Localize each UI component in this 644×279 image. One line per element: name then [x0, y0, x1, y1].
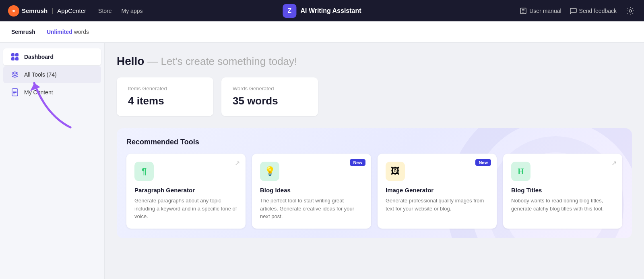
sidebar-label-all-tools: All Tools (74)	[24, 71, 57, 78]
stat-value-items: 4 items	[128, 95, 202, 107]
blog-titles-icon: H	[518, 167, 524, 176]
appcenter-text: AppCenter	[57, 7, 86, 14]
recommended-section: Recommended Tools ¶ ↗ Paragraph Generato…	[117, 128, 632, 238]
feedback-icon	[570, 7, 577, 15]
image-generator-icon-wrap: 🖼	[386, 162, 405, 181]
blog-ideas-desc: The perfect tool to start writing great …	[260, 197, 363, 221]
blog-titles-icon-wrap: H	[511, 162, 530, 181]
stat-label-items: Items Generated	[128, 85, 202, 92]
main-layout: Dashboard All Tools (74) My	[0, 43, 644, 279]
blog-ideas-name: Blog Ideas	[260, 187, 363, 194]
paragraph-generator-name: Paragraph Generator	[134, 187, 237, 194]
book-icon	[520, 7, 527, 15]
tool-card-blog-titles[interactable]: H ↗ Blog Titles Nobody wants to read bor…	[503, 154, 622, 229]
paragraph-icon: ¶	[142, 166, 147, 177]
greeting-text: Hello	[117, 55, 144, 67]
subnav-semrush[interactable]: Semrush	[8, 27, 39, 37]
topnav-links: Store My apps	[98, 8, 142, 14]
sidebar-label-my-content: My Content	[24, 89, 53, 96]
topnav-center-app: Z AI Writing Assistant	[283, 4, 361, 18]
gear-icon	[626, 7, 634, 15]
image-generator-new-badge: New	[475, 159, 491, 166]
send-feedback-link[interactable]: Send feedback	[570, 7, 617, 15]
sub-navigation: Semrush Unlimited words	[0, 21, 644, 43]
semrush-logo-icon	[8, 5, 19, 17]
blog-ideas-icon: 💡	[264, 166, 275, 177]
stat-card-items: Items Generated 4 items	[117, 77, 213, 116]
store-link[interactable]: Store	[98, 8, 111, 14]
tool-card-blog-ideas[interactable]: 💡 New Blog Ideas The perfect tool to sta…	[252, 154, 371, 229]
user-manual-label: User manual	[529, 8, 561, 14]
blog-ideas-icon-wrap: 💡	[260, 162, 279, 181]
image-generator-name: Image Generator	[386, 187, 489, 194]
paragraph-generator-arrow: ↗	[235, 159, 240, 167]
myapps-link[interactable]: My apps	[122, 8, 143, 14]
subnav-unlimited-words: Unlimited words	[47, 29, 89, 35]
svg-point-5	[629, 10, 632, 12]
unlimited-text: Unlimited	[47, 29, 72, 35]
paragraph-generator-desc: Generate paragraphs about any topic incl…	[134, 197, 237, 221]
doc-icon	[10, 88, 19, 97]
top-navigation: Semrush | AppCenter Store My apps Z AI W…	[0, 0, 644, 21]
sidebar-label-dashboard: Dashboard	[24, 54, 54, 60]
semrush-logo[interactable]: Semrush | AppCenter	[8, 5, 86, 17]
greeting-subtext: — Let's create something today!	[147, 55, 297, 67]
topnav-right-actions: User manual Send feedback	[520, 5, 636, 17]
app-logo-icon: Z	[283, 4, 296, 18]
dashboard-icon	[10, 52, 19, 61]
user-manual-link[interactable]: User manual	[520, 7, 561, 15]
stat-value-words: 35 words	[233, 95, 307, 107]
page-heading: Hello — Let's create something today!	[117, 55, 632, 68]
image-generator-desc: Generate professional quality images fro…	[386, 197, 489, 212]
tool-card-image-generator[interactable]: 🖼 New Image Generator Generate professio…	[378, 154, 497, 229]
send-feedback-label: Send feedback	[579, 8, 617, 14]
sidebar-item-my-content[interactable]: My Content	[3, 84, 101, 101]
blog-ideas-new-badge: New	[350, 159, 365, 166]
main-content: Hello — Let's create something today! It…	[105, 43, 644, 279]
image-generator-icon: 🖼	[391, 166, 400, 177]
stat-card-words: Words Generated 35 words	[221, 77, 318, 116]
brand-divider: |	[52, 7, 53, 15]
settings-button[interactable]	[625, 5, 636, 17]
semrush-brand-text: Semrush	[22, 7, 47, 14]
stat-label-words: Words Generated	[233, 85, 307, 92]
sidebar: Dashboard All Tools (74) My	[0, 43, 105, 279]
layers-icon	[10, 70, 19, 79]
words-text: words	[74, 29, 89, 35]
blog-titles-desc: Nobody wants to read boring blog titles,…	[511, 197, 614, 212]
sidebar-item-all-tools[interactable]: All Tools (74)	[3, 66, 101, 83]
paragraph-generator-icon-wrap: ¶	[134, 162, 154, 181]
tool-card-paragraph-generator[interactable]: ¶ ↗ Paragraph Generator Generate paragra…	[126, 154, 246, 229]
blog-titles-name: Blog Titles	[511, 187, 614, 194]
app-title: AI Writing Assistant	[300, 7, 361, 15]
blog-titles-arrow: ↗	[611, 159, 617, 167]
recommended-tools-title: Recommended Tools	[126, 138, 622, 146]
sidebar-item-dashboard[interactable]: Dashboard	[3, 48, 101, 65]
tools-grid: ¶ ↗ Paragraph Generator Generate paragra…	[126, 154, 622, 229]
stats-row: Items Generated 4 items Words Generated …	[117, 77, 632, 116]
